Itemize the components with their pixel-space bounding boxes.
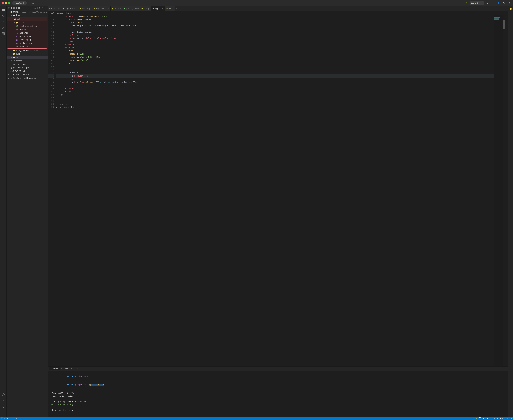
tree-item-src[interactable]: ▶ 📁 src [7,56,47,59]
terminal-tab-local[interactable]: Local [62,367,70,370]
breadcrumb: App() › Layout › Content [48,11,508,15]
explorer-activity-icon[interactable] [1,7,6,13]
svg-rect-3 [3,10,4,11]
settings-icon[interactable]: ⚙ [507,1,511,5]
status-lf-label: LF [490,417,491,419]
ai-icon[interactable] [1,392,6,398]
terminal-tab-close[interactable]: ✕ [61,368,62,370]
tree-item-idea[interactable]: ▶ 📁 .idea [7,14,47,17]
terminal-blank [50,412,506,414]
tree-item-logo192[interactable]: 🖼 logo192.png [7,35,47,38]
tab-foo[interactable]: ● Foo... [165,6,175,11]
tree-item-readme[interactable]: M↓ README.md [7,69,47,73]
refresh-icon[interactable]: ↻ [39,7,41,9]
close-button[interactable] [2,2,4,4]
more-activity-icon[interactable]: ⋯ [1,410,6,415]
notification-icon[interactable]: 🔔 [509,7,513,11]
status-position[interactable]: 46:23 [483,417,488,419]
status-branch[interactable]: frontend [1,417,11,419]
tab-index-js[interactable]: ● index.js [110,6,123,11]
tree-item-favicon[interactable]: ◉ favicon.ico [7,28,47,31]
run-button[interactable]: ▶ [486,1,490,5]
tab-label-app-js: App.js [155,8,161,10]
debug-activity-icon[interactable] [1,25,6,30]
tree-item-static[interactable]: ▶ 📁 static [7,21,47,24]
terminal-minimize-icon[interactable]: － [505,368,507,370]
tree-item-robots[interactable]: ≡ robots.txt [7,45,47,48]
more-button[interactable]: ⋯ [491,1,495,5]
current-file-button[interactable]: Current File ▾ [469,1,484,5]
account-icon[interactable]: 👤 [497,1,500,5]
search-global-icon[interactable]: 🔍 [502,1,506,5]
tab-app-js[interactable]: ● App.js ✕ [151,6,165,11]
tab-index-css[interactable]: ● index.css [48,6,61,11]
tree-item-scratches[interactable]: ▶ ✎ Scratches and Consoles [7,76,47,80]
tab-mycart[interactable]: ● MyCart.js [78,6,92,11]
new-file-icon[interactable]: ⊕ [34,7,36,9]
more-sidebar-icon[interactable]: ⋯ [44,7,46,9]
terminal-body[interactable]: → frontend git:(main) ✕ → frontend git:(… [48,371,508,417]
debug-icon[interactable]: 🐛 [465,2,468,4]
sidebar-collapse-icon[interactable] [8,7,10,9]
minimap [494,15,503,366]
tab-overflow-button[interactable]: ▾ [175,8,179,10]
terminal-dropdown[interactable]: ▾ [77,368,77,370]
tree-item-public[interactable]: ▶ 📁 public [7,52,47,56]
build-folder-container: ▾ 📁 build ▶ 📁 static {} asset-manifest.j… [7,17,47,49]
local-tab-close[interactable]: ✕ [70,368,72,370]
tab-bar: ● index.css ● LoginForm.js ● MyCart.js ●… [48,6,508,11]
terminal-header: Terminal ✕ Local ✕ ＋ ▾ ⋮ － [48,367,508,371]
terminal-new-button[interactable]: ＋ [73,368,75,370]
code-area[interactable]: <Header style={{ backgroundColor: 'black… [55,15,494,366]
tree-item-logo512[interactable]: 🖼 logo512.png [7,38,47,42]
svg-point-4 [2,15,4,17]
terminal-line: → frontend git:(main) ✕ npm run build [50,381,506,389]
search-activity-icon[interactable] [1,13,6,18]
tree-item-manifest[interactable]: {} manifest.json [7,42,47,45]
project-label[interactable]: F frontend ▾ [12,1,27,5]
tab-label-signupform: SignupForm.js [96,8,109,10]
status-indent[interactable]: 4 spaces [500,417,508,419]
tab-loginform[interactable]: ● LoginForm.js [61,6,78,11]
collapse-icon[interactable]: ⊟ [41,7,43,9]
status-vim-icon[interactable]: V [476,417,477,419]
terminal-tab-terminal[interactable]: Terminal [49,367,60,370]
tab-signupform[interactable]: ● SignupForm.js [92,6,110,11]
gutter-check: ✓ [505,15,508,366]
tree-item-node-modules[interactable]: ▶ 📁 node_modules library root [7,49,47,52]
copilot-icon[interactable]: ✦ [1,398,6,403]
breadcrumb-app[interactable]: App() [50,12,54,14]
scrollbar[interactable] [503,15,505,366]
svg-point-11 [2,405,3,406]
branch-label[interactable]: ⑂ main ▾ [28,1,38,5]
status-lf[interactable]: LF [490,417,491,419]
status-share-icon[interactable] [510,417,512,419]
traffic-lights [2,2,10,4]
extensions-activity-icon[interactable] [1,31,6,36]
terminal-more-icon[interactable]: ⋮ [502,368,504,370]
tree-item-package-lock[interactable]: 🔒 package-lock.json [7,66,47,69]
tree-item-index-html[interactable]: </> index.html [7,31,47,35]
branch-status-icon [1,417,3,419]
tree-item-package-json[interactable]: {} package.json [7,63,47,66]
tree-item-build[interactable]: ▾ 📁 build [7,17,47,21]
maximize-button[interactable] [8,2,10,4]
tree-item-external-libraries[interactable]: ▶ ⊞ External Libraries [7,73,47,76]
terminal-line: File sizes after gzip: [50,409,506,412]
tab-package-json[interactable]: ● package.json [123,6,140,11]
breadcrumb-layout[interactable]: Layout [57,12,63,14]
new-folder-icon[interactable]: ⊞ [37,7,38,9]
tree-item-frontend[interactable]: ▾ 📁 frontend ~/Desktop/Projects/Restaura… [7,10,47,14]
tab-utils[interactable]: ● utils.js [140,6,151,11]
tree-item-gitignore[interactable]: ⊘ .gitignore [7,59,47,63]
git-activity-icon[interactable]: ⑂ [1,19,6,24]
status-charset[interactable]: UTF-8 [493,417,498,419]
status-encoding-icon[interactable] [479,417,481,419]
tree-item-asset-manifest[interactable]: {} asset-manifest.json [7,24,47,28]
status-src[interactable]: src [13,417,18,419]
minimize-button[interactable] [5,2,7,4]
terminal-line: → frontend git:(main) ✕ [50,372,506,381]
tab-close-app-js[interactable]: ✕ [161,8,164,10]
breadcrumb-content[interactable]: Content [65,12,72,14]
collab-icon[interactable] [1,404,6,409]
